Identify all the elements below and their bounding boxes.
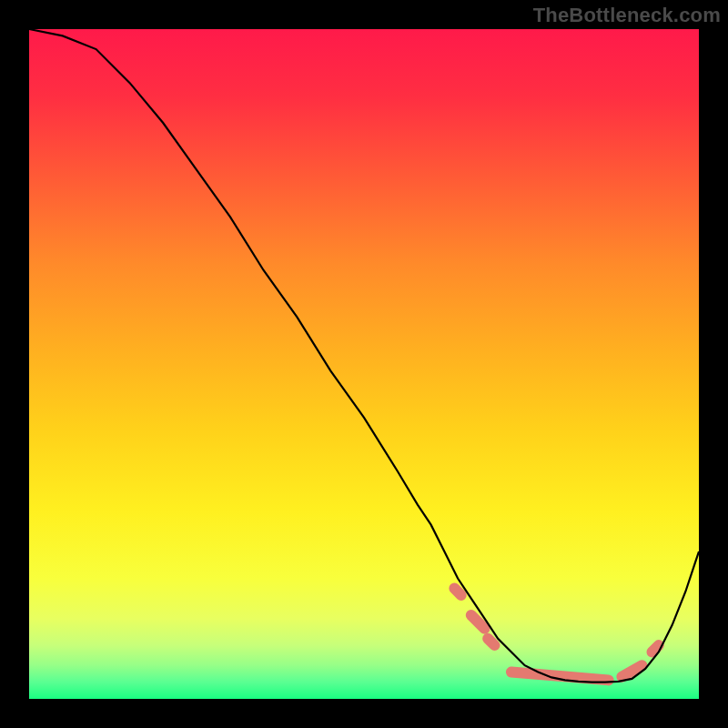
segment-dot2 <box>488 639 494 645</box>
chart-canvas: TheBottleneck.com <box>0 0 728 728</box>
watermark-text: TheBottleneck.com <box>533 4 721 27</box>
segment-rdot <box>652 645 658 652</box>
plot-background <box>29 29 699 699</box>
segment-dot <box>454 589 460 595</box>
chart-svg <box>29 29 699 699</box>
